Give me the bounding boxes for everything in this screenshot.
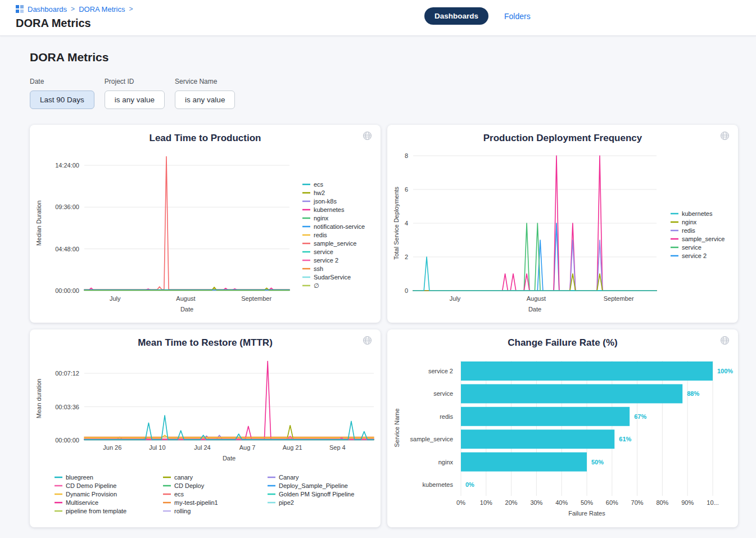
filter-date-value-button[interactable]: Last 90 Days (30, 91, 94, 109)
svg-text:60%: 60% (606, 499, 618, 506)
svg-text:CD Deploy: CD Deploy (174, 482, 205, 489)
breadcrumb-separator: > (129, 5, 133, 13)
svg-text:July: July (110, 295, 121, 302)
svg-text:sample_service: sample_service (410, 436, 453, 442)
svg-text:40%: 40% (555, 499, 568, 506)
svg-text:100%: 100% (717, 368, 733, 374)
svg-text:kubernetes: kubernetes (314, 206, 345, 213)
deployment-frequency-chart-canvas[interactable]: 02468JulyAugustSeptemberDateTotal Servic… (387, 125, 738, 323)
card-production-deployment-frequency: 02468JulyAugustSeptemberDateTotal Servic… (387, 125, 738, 323)
svg-text:kubernetes: kubernetes (423, 481, 454, 488)
svg-text:redis: redis (682, 227, 695, 234)
globe-icon[interactable] (720, 336, 730, 345)
window-title: DORA Metrics (16, 17, 756, 30)
page-title: DORA Metrics (30, 51, 756, 64)
svg-text:August: August (527, 295, 546, 302)
svg-text:67%: 67% (634, 413, 646, 420)
svg-text:json-k8s: json-k8s (313, 198, 337, 205)
breadcrumb-link-dora-metrics[interactable]: DORA Metrics (79, 5, 125, 13)
svg-text:nginx: nginx (314, 215, 329, 221)
tab-dashboards[interactable]: Dashboards (424, 7, 488, 25)
svg-text:0%: 0% (456, 499, 465, 506)
svg-text:canary: canary (174, 474, 193, 481)
filter-project-id-label: Project ID (105, 78, 165, 85)
svg-text:hw2: hw2 (314, 189, 325, 196)
svg-text:00:00:00: 00:00:00 (55, 287, 79, 294)
change-failure-rate-chart-canvas[interactable]: 0%10%20%30%40%50%60%70%80%90%10...servic… (387, 329, 738, 527)
globe-icon[interactable] (363, 336, 372, 345)
svg-text:88%: 88% (687, 390, 699, 397)
svg-text:Deploy_Sample_Pipeline: Deploy_Sample_Pipeline (279, 482, 348, 489)
svg-text:SudarService: SudarService (314, 274, 351, 281)
svg-text:CD Demo Pipeline: CD Demo Pipeline (66, 482, 116, 489)
svg-text:10%: 10% (480, 499, 492, 506)
svg-text:Date: Date (528, 306, 541, 313)
svg-text:ecs: ecs (174, 491, 184, 498)
svg-text:30%: 30% (530, 499, 542, 506)
svg-text:service: service (682, 244, 701, 251)
svg-text:50%: 50% (591, 459, 604, 465)
lead-time-chart-canvas[interactable]: 00:00:0004:48:0009:36:0014:24:00JulyAugu… (30, 125, 381, 323)
svg-text:00:07:12: 00:07:12 (55, 370, 79, 377)
svg-text:Jun 26: Jun 26 (103, 444, 121, 451)
svg-text:nginx: nginx (682, 219, 697, 225)
svg-text:6: 6 (405, 186, 408, 193)
svg-text:90%: 90% (681, 499, 694, 506)
svg-text:Dynamic Provision: Dynamic Provision (66, 491, 117, 498)
svg-text:notification-service: notification-service (314, 223, 365, 230)
svg-text:14:24:00: 14:24:00 (55, 162, 79, 169)
filter-service-name-value-button[interactable]: is any value (175, 91, 235, 109)
dashboards-grid-icon (16, 5, 24, 13)
svg-text:80%: 80% (656, 499, 668, 506)
svg-text:sample_service: sample_service (682, 236, 725, 242)
svg-text:sample_service: sample_service (314, 240, 356, 247)
svg-text:service 2: service 2 (428, 368, 453, 374)
chart-title: Mean Time to Restore (MTTR) (30, 337, 381, 349)
svg-text:70%: 70% (631, 499, 644, 506)
svg-text:nginx: nginx (438, 459, 454, 465)
svg-text:Service Name: Service Name (393, 408, 400, 447)
svg-text:my-test-pipelin1: my-test-pipelin1 (174, 499, 218, 506)
svg-text:Median Duration: Median Duration (35, 201, 42, 246)
svg-text:Date: Date (223, 455, 236, 462)
svg-text:August: August (176, 295, 195, 302)
filter-service-name: Service Name is any value (175, 78, 235, 109)
svg-text:10...: 10... (707, 499, 718, 506)
filter-project-id-value-button[interactable]: is any value (105, 91, 165, 109)
breadcrumb-link-dashboards[interactable]: Dashboards (28, 5, 67, 13)
mttr-chart-canvas[interactable]: 00:00:0000:03:3600:07:12Jun 26Jul 10Jul … (30, 329, 381, 527)
svg-text:61%: 61% (619, 436, 631, 442)
svg-text:September: September (604, 295, 634, 302)
svg-text:Mean duration: Mean duration (35, 379, 42, 418)
svg-text:8: 8 (405, 152, 408, 159)
filter-date-label: Date (30, 78, 94, 85)
svg-text:Aug 7: Aug 7 (239, 444, 256, 451)
svg-text:Total Service Deployments: Total Service Deployments (393, 186, 400, 260)
svg-text:service: service (433, 390, 453, 397)
card-lead-time-to-production: 00:00:0004:48:0009:36:0014:24:00JulyAugu… (30, 125, 381, 323)
globe-icon[interactable] (720, 131, 730, 141)
svg-text:ecs: ecs (314, 181, 324, 188)
svg-text:redis: redis (314, 232, 327, 238)
svg-text:service 2: service 2 (314, 257, 338, 264)
svg-text:20%: 20% (505, 499, 518, 506)
svg-text:Failure Rates: Failure Rates (568, 510, 605, 517)
filter-bar: Date Last 90 Days Project ID is any valu… (30, 78, 756, 109)
card-mean-time-to-restore: 00:00:0000:03:3600:07:12Jun 26Jul 10Jul … (30, 329, 381, 527)
chart-title: Lead Time to Production (30, 133, 381, 144)
globe-icon[interactable] (363, 131, 372, 141)
svg-text:ssh: ssh (314, 265, 323, 272)
tab-folders[interactable]: Folders (504, 12, 531, 21)
svg-text:04:48:00: 04:48:00 (55, 246, 79, 252)
svg-text:4: 4 (405, 220, 408, 227)
svg-text:∅: ∅ (314, 282, 319, 289)
svg-text:pipe2: pipe2 (279, 499, 294, 506)
svg-text:Aug 21: Aug 21 (283, 444, 302, 451)
svg-text:09:36:00: 09:36:00 (55, 204, 79, 210)
svg-text:00:00:00: 00:00:00 (55, 437, 79, 444)
svg-text:Jul 24: Jul 24 (194, 444, 210, 451)
svg-text:redis: redis (440, 413, 453, 420)
svg-text:bluegreen: bluegreen (66, 474, 93, 481)
card-change-failure-rate: 0%10%20%30%40%50%60%70%80%90%10...servic… (387, 329, 738, 527)
svg-text:pipeline from template: pipeline from template (66, 508, 126, 514)
